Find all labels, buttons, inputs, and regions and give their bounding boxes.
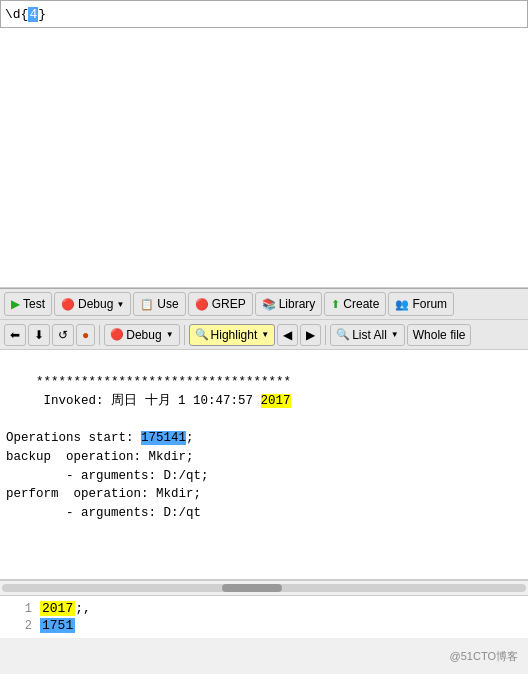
toolbar1: ▶ Test 🔴 Debug ▼ 📋 Use 🔴 GREP 📚 Library …: [0, 288, 528, 320]
value-175141: 175141: [141, 431, 186, 445]
library-icon: 📚: [262, 298, 276, 311]
bottom-suffix-1: ;,: [75, 601, 91, 616]
bottom-row-1: 1 2017 ;,: [0, 600, 528, 617]
output-area: ********************************** Invok…: [0, 350, 528, 580]
library-label: Library: [279, 297, 316, 311]
forum-button[interactable]: 👥 Forum: [388, 292, 454, 316]
nav-down-button[interactable]: ⬇: [28, 324, 50, 346]
debug-dropdown-icon: ▼: [116, 300, 124, 309]
hscroll-track[interactable]: [2, 584, 526, 592]
whole-file-button[interactable]: Whole file: [407, 324, 472, 346]
nav-left-button[interactable]: ⬅: [4, 324, 26, 346]
forum-icon: 👥: [395, 298, 409, 311]
search-next-button[interactable]: ▶: [300, 324, 321, 346]
grep-button[interactable]: 🔴 GREP: [188, 292, 253, 316]
highlight-button[interactable]: 🔍 Highlight: [189, 324, 276, 346]
search-prev-icon: ◀: [283, 328, 292, 342]
nav-up-button[interactable]: ↺: [52, 324, 74, 346]
use-icon: 📋: [140, 298, 154, 311]
output-line-2: backup operation: Mkdir;: [6, 448, 522, 467]
search-suffix: }: [38, 7, 46, 22]
bottom-value-1751: 1751: [40, 618, 75, 633]
list-icon: 🔍: [336, 328, 350, 341]
editor-area[interactable]: [0, 28, 528, 288]
output-separator: ********************************** Invok…: [6, 354, 522, 429]
grep-label: GREP: [212, 297, 246, 311]
search-bar: \d{4}: [0, 0, 528, 28]
hscroll[interactable]: [0, 580, 528, 596]
debug2-label: Debug: [126, 328, 161, 342]
toolbar2: ⬅ ⬇ ↺ ● 🔴 Debug 🔍 Highlight ◀ ▶ 🔍 List A…: [0, 320, 528, 350]
output-line-4: perform operation: Mkdir;: [6, 485, 522, 504]
output-line-5: - arguments: D:/qt: [6, 504, 522, 523]
nav-left-icon: ⬅: [10, 328, 20, 342]
test-label: Test: [23, 297, 45, 311]
line-num-2: 2: [4, 619, 32, 633]
year-highlight: 2017: [261, 394, 291, 408]
separator1: [99, 325, 100, 345]
search-next-icon: ▶: [306, 328, 315, 342]
search-highlight: 4: [28, 7, 38, 22]
search-prefix: \d{: [5, 7, 28, 22]
list-all-button[interactable]: 🔍 List All: [330, 324, 405, 346]
watermark: @51CTO博客: [450, 649, 518, 664]
debug-label: Debug: [78, 297, 113, 311]
separator3: [325, 325, 326, 345]
create-button[interactable]: ⬆ Create: [324, 292, 386, 316]
test-button[interactable]: ▶ Test: [4, 292, 52, 316]
search-prev-button[interactable]: ◀: [277, 324, 298, 346]
debug-dropdown-button[interactable]: 🔴 Debug: [104, 324, 179, 346]
debug-button[interactable]: 🔴 Debug ▼: [54, 292, 131, 316]
highlight-label: Highlight: [211, 328, 258, 342]
use-label: Use: [157, 297, 178, 311]
record-button[interactable]: ●: [76, 324, 95, 346]
debug-icon: 🔴: [61, 298, 75, 311]
create-icon: ⬆: [331, 298, 340, 311]
separator2: [184, 325, 185, 345]
bottom-row-2: 2 1751: [0, 617, 528, 634]
test-icon: ▶: [11, 297, 20, 311]
library-button[interactable]: 📚 Library: [255, 292, 323, 316]
output-line-3: - arguments: D:/qt;: [6, 467, 522, 486]
bottom-value-2017: 2017: [40, 601, 75, 616]
whole-file-label: Whole file: [413, 328, 466, 342]
nav-up-icon: ↺: [58, 328, 68, 342]
list-all-label: List All: [352, 328, 387, 342]
line-num-1: 1: [4, 602, 32, 616]
nav-down-icon: ⬇: [34, 328, 44, 342]
debug2-icon: 🔴: [110, 328, 124, 341]
grep-icon: 🔴: [195, 298, 209, 311]
output-line-1: Operations start: 175141;: [6, 429, 522, 448]
bottom-panel: 1 2017 ;, 2 1751: [0, 596, 528, 638]
record-icon: ●: [82, 328, 89, 342]
hscroll-thumb[interactable]: [222, 584, 282, 592]
highlight-icon: 🔍: [195, 328, 209, 341]
use-button[interactable]: 📋 Use: [133, 292, 185, 316]
create-label: Create: [343, 297, 379, 311]
forum-label: Forum: [412, 297, 447, 311]
